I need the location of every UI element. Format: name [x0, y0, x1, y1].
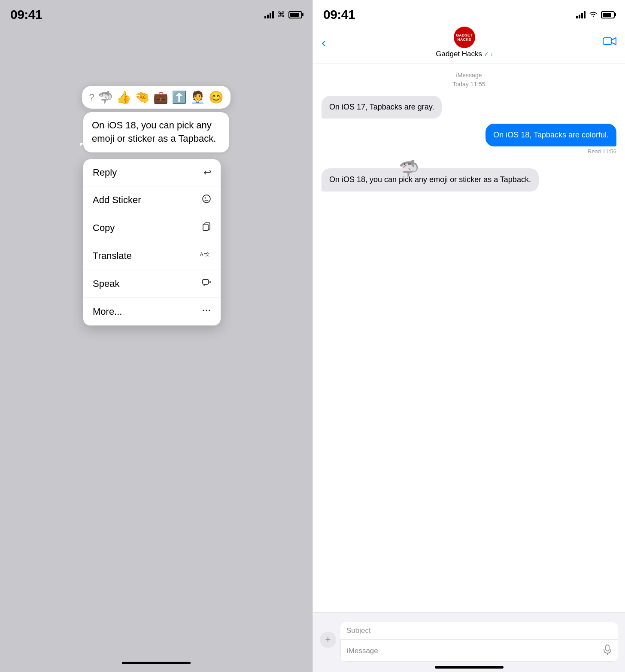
emoji-person[interactable]: 🧑‍💼	[190, 90, 205, 104]
emoji-smiley[interactable]: 😊	[209, 90, 224, 104]
message-received-2: 🦈 On iOS 18, you can pick any emoji or s…	[322, 168, 558, 191]
add-sticker-icon	[202, 194, 211, 206]
emoji-thumbsup[interactable]: 👍	[116, 90, 131, 104]
status-bar-right: 09:41	[313, 0, 625, 23]
emoji-shark[interactable]: 🦈	[98, 90, 113, 104]
emoji-picker[interactable]: ? 🦈 👍 🤏 💼 ⬆️ 🧑‍💼 😊	[82, 86, 230, 109]
bubble-received-2: On iOS 18, you can pick any emoji or sti…	[322, 168, 539, 191]
input-card: Subject iMessage	[340, 622, 618, 662]
svg-text:A: A	[200, 252, 203, 257]
speak-icon	[202, 278, 211, 290]
status-icons-left: ⌘	[264, 10, 302, 19]
subject-field[interactable]: Subject	[340, 622, 618, 640]
bubble-received-1: On iOS 17, Tapbacks are gray.	[322, 96, 442, 119]
context-menu-speak[interactable]: Speak	[83, 270, 221, 298]
battery-icon-right	[601, 11, 615, 18]
battery-icon-left	[288, 11, 302, 18]
status-icons-right	[576, 10, 615, 19]
right-panel: 09:41 ‹ GADGETHACKS Gad	[312, 0, 625, 672]
context-menu-translate[interactable]: Translate A 文	[83, 242, 221, 270]
home-indicator-right	[435, 666, 504, 669]
context-menu-reply[interactable]: Reply ↩	[83, 159, 221, 186]
copy-label: Copy	[93, 222, 115, 234]
imessage-input-wrapper: iMessage	[340, 640, 618, 662]
sticker-emoji: 🦈	[399, 159, 419, 178]
svg-point-1	[205, 197, 206, 198]
wifi-icon-left: ⌘	[277, 10, 285, 19]
nav-bar: ‹ GADGETHACKS Gadget Hacks ✓ ›	[313, 23, 625, 64]
context-menu-add-sticker[interactable]: Add Sticker	[83, 186, 221, 214]
svg-rect-3	[203, 224, 208, 231]
messages-area: iMessage Today 11:55 On iOS 17, Tapbacks…	[313, 64, 625, 612]
svg-point-10	[206, 310, 207, 311]
context-area: ? 🦈 👍 🤏 💼 ⬆️ 🧑‍💼 😊 On iOS 18, you can pi…	[83, 86, 229, 325]
video-call-button[interactable]	[603, 36, 616, 49]
svg-rect-6	[203, 280, 209, 284]
message-received-1: On iOS 17, Tapbacks are gray.	[322, 96, 558, 119]
svg-point-0	[203, 195, 210, 203]
emoji-pinch[interactable]: 🤏	[135, 90, 150, 104]
svg-point-9	[203, 310, 204, 311]
input-area: + Subject iMessage	[313, 612, 625, 672]
svg-rect-13	[606, 645, 609, 651]
chevron-right-icon: ›	[491, 51, 493, 58]
copy-icon	[202, 222, 211, 234]
bubble-sent-1: On iOS 18, Tapbacks are colorful.	[485, 124, 616, 146]
wifi-icon-right	[589, 10, 598, 19]
reply-label: Reply	[93, 167, 117, 178]
signal-icon-right	[576, 11, 586, 18]
time-left: 09:41	[10, 7, 42, 22]
more-label: More...	[93, 306, 122, 317]
mic-icon[interactable]	[603, 645, 612, 657]
verified-icon: ✓	[484, 51, 489, 58]
left-panel: 09:41 ⌘ ? 🦈 👍 🤏 💼 ⬆️ 🧑‍💼 😊 On iOS 18, yo	[0, 0, 312, 672]
speak-label: Speak	[93, 278, 119, 289]
imessage-input[interactable]: iMessage	[347, 647, 603, 655]
more-icon	[202, 306, 211, 318]
emoji-up[interactable]: ⬆️	[172, 90, 187, 104]
contact-name[interactable]: Gadget Hacks ✓ ›	[436, 50, 492, 58]
translate-icon: A 文	[200, 250, 211, 262]
message-bubble-left: On iOS 18, you can pick any emoji or sti…	[83, 112, 229, 152]
reply-icon: ↩	[203, 167, 211, 178]
read-receipt: Read 11:56	[588, 148, 616, 155]
signal-icon-left	[264, 11, 274, 18]
back-button[interactable]: ‹	[322, 35, 326, 50]
nav-center: GADGETHACKS Gadget Hacks ✓ ›	[436, 27, 492, 58]
add-sticker-label: Add Sticker	[93, 195, 141, 206]
context-menu-more[interactable]: More...	[83, 298, 221, 325]
timestamp: iMessage Today 11:55	[322, 71, 616, 89]
svg-rect-12	[603, 38, 612, 45]
emoji-briefcase[interactable]: 💼	[153, 90, 168, 104]
svg-point-11	[209, 310, 210, 311]
time-right: 09:41	[323, 7, 355, 22]
svg-text:文: 文	[205, 252, 210, 257]
status-bar-left: 09:41 ⌘	[0, 0, 312, 23]
contact-avatar: GADGETHACKS	[454, 27, 475, 48]
context-menu-copy[interactable]: Copy	[83, 214, 221, 242]
home-indicator-left	[122, 662, 191, 664]
context-menu: Reply ↩ Add Sticker Copy	[83, 159, 221, 325]
input-row: + Subject iMessage	[320, 618, 618, 662]
translate-label: Translate	[93, 250, 132, 262]
add-button[interactable]: +	[320, 632, 336, 648]
emoji-question[interactable]: ?	[89, 92, 94, 103]
message-sent-1: On iOS 18, Tapbacks are colorful. Read 1…	[485, 124, 616, 155]
